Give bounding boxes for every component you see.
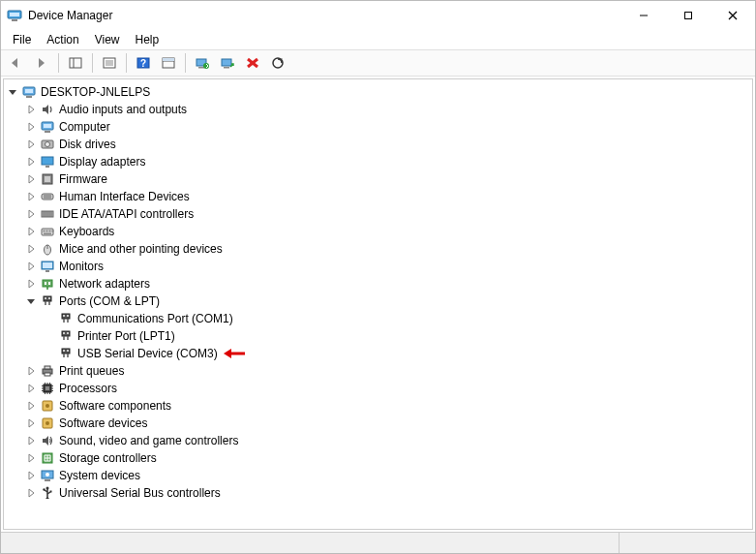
chevron-right-icon[interactable] [24, 120, 38, 134]
chevron-right-icon[interactable] [24, 225, 38, 238]
toolbar: ? [1, 49, 755, 77]
tree-item[interactable]: Computer [22, 118, 752, 136]
tree-item[interactable]: Monitors [22, 258, 752, 275]
chevron-right-icon[interactable] [24, 277, 38, 291]
tree-item[interactable]: Processors [22, 380, 752, 397]
tree-item[interactable]: Display adapters [22, 153, 752, 170]
chevron-down-icon[interactable] [24, 294, 38, 308]
tree-item[interactable]: DESKTOP-JNLELPS [4, 83, 752, 101]
tree-item[interactable]: Human Interface Devices [22, 188, 752, 205]
chevron-right-icon[interactable] [24, 416, 38, 430]
tree-item-label: Audio inputs and outputs [59, 103, 187, 116]
svg-text:?: ? [140, 58, 146, 69]
software-icon [40, 398, 55, 414]
toolbar-separator [126, 53, 127, 73]
svg-point-100 [45, 404, 49, 408]
chevron-right-icon[interactable] [24, 399, 38, 413]
chevron-right-icon[interactable] [24, 382, 38, 395]
svg-rect-1 [10, 13, 19, 16]
tree-item-label: Software devices [59, 416, 147, 430]
chevron-right-icon[interactable] [24, 486, 38, 500]
tree-item-label: Ports (COM & LPT) [59, 294, 160, 308]
chevron-down-icon[interactable] [6, 85, 19, 99]
svg-rect-2 [12, 19, 17, 21]
tree-item[interactable]: Keyboards [22, 223, 752, 240]
chevron-right-icon[interactable] [24, 207, 38, 221]
tree-item[interactable]: Firmware [22, 170, 752, 188]
tree-item-label: Network adapters [59, 277, 150, 291]
tree-item[interactable]: Mice and other pointing devices [22, 240, 752, 258]
chevron-right-icon[interactable] [24, 364, 38, 378]
window-title: Device Manager [28, 9, 621, 22]
disk-icon [40, 137, 55, 152]
tree-item[interactable]: Ports (COM & LPT) [22, 292, 752, 310]
chevron-right-icon[interactable] [24, 260, 38, 273]
tree-item[interactable]: Printer Port (LPT1) [41, 327, 752, 345]
maximize-button[interactable] [666, 1, 711, 30]
svg-point-109 [43, 488, 45, 490]
svg-rect-59 [45, 282, 46, 285]
svg-rect-34 [42, 157, 53, 165]
tree-item-label: Print queues [59, 364, 124, 378]
menu-file[interactable]: File [5, 32, 39, 47]
chevron-right-icon[interactable] [24, 242, 38, 256]
chevron-right-icon[interactable] [24, 434, 38, 447]
menu-view[interactable]: View [87, 32, 128, 47]
chevron-right-icon[interactable] [24, 155, 38, 169]
chevron-right-icon[interactable] [24, 451, 38, 465]
svg-rect-110 [50, 491, 52, 493]
tree-item[interactable]: Print queues [22, 362, 752, 380]
tree-item[interactable]: Universal Serial Bus controllers [22, 484, 752, 502]
tree-item[interactable]: USB Serial Device (COM3) [41, 345, 752, 362]
close-button[interactable] [711, 1, 755, 30]
chevron-right-icon[interactable] [24, 138, 38, 151]
menu-help[interactable]: Help [128, 32, 167, 47]
forward-button[interactable] [30, 51, 53, 75]
disable-device-button[interactable] [241, 51, 264, 75]
tree-item-label: Storage controllers [59, 451, 157, 465]
svg-rect-7 [70, 58, 81, 68]
chevron-right-icon[interactable] [24, 172, 38, 186]
keyboard-icon [40, 224, 55, 239]
tree-item[interactable]: Disk drives [22, 136, 752, 153]
back-button[interactable] [5, 51, 28, 75]
device-tree[interactable]: DESKTOP-JNLELPSAudio inputs and outputsC… [3, 78, 753, 530]
properties-button[interactable] [98, 51, 121, 75]
tree-item-label: Processors [59, 382, 117, 395]
chevron-right-icon[interactable] [24, 469, 38, 482]
svg-rect-51 [52, 231, 54, 232]
audio-icon [40, 102, 55, 117]
monitor-icon [40, 259, 55, 274]
help-button[interactable]: ? [132, 51, 155, 75]
svg-point-33 [45, 142, 50, 147]
tree-item[interactable]: Audio inputs and outputs [22, 101, 752, 118]
tree-item[interactable]: Sound, video and game controllers [22, 432, 752, 449]
svg-rect-50 [49, 231, 51, 232]
tree-item[interactable]: Storage controllers [22, 449, 752, 467]
tree-item[interactable]: Software devices [22, 415, 752, 432]
action-bar-button[interactable] [157, 51, 180, 75]
minimize-button[interactable] [621, 1, 666, 30]
chevron-right-icon[interactable] [24, 103, 38, 116]
svg-rect-38 [42, 194, 53, 200]
ide-icon [40, 206, 55, 222]
scan-hardware-button[interactable] [266, 51, 289, 75]
update-driver-button[interactable] [191, 51, 214, 75]
tree-item[interactable]: Communications Port (COM1) [41, 310, 752, 327]
menu-action[interactable]: Action [39, 32, 86, 47]
chevron-right-icon[interactable] [24, 190, 38, 203]
uninstall-device-button[interactable] [216, 51, 239, 75]
window-controls [621, 1, 755, 30]
svg-point-108 [46, 487, 49, 490]
svg-rect-58 [43, 280, 52, 287]
toolbar-separator [92, 53, 93, 73]
tree-item-label: Keyboards [59, 225, 114, 238]
svg-rect-37 [45, 176, 50, 182]
tree-item[interactable]: System devices [22, 467, 752, 484]
tree-item[interactable]: Software components [22, 397, 752, 415]
show-hide-tree-button[interactable] [64, 51, 87, 75]
tree-item[interactable]: Network adapters [22, 275, 752, 292]
tree-item[interactable]: IDE ATA/ATAPI controllers [22, 205, 752, 223]
svg-rect-65 [45, 297, 46, 299]
tree-item-label: USB Serial Device (COM3) [77, 347, 218, 360]
